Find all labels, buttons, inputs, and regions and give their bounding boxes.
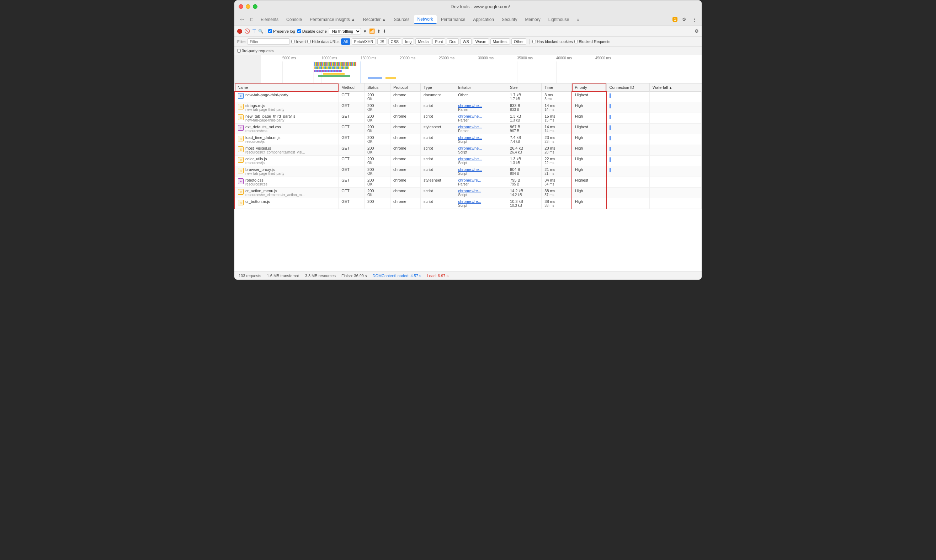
table-row[interactable]: ◎new_tab_page_third_party.jsnew-tab-page… (235, 113, 702, 124)
filter-btn-js[interactable]: JS (377, 38, 387, 45)
blocked-requests-checkbox[interactable]: Blocked Requests (574, 40, 611, 44)
tab-more[interactable]: » (573, 15, 583, 23)
filter-btn-other[interactable]: Other (511, 38, 526, 45)
tab-lighthouse[interactable]: Lighthouse (545, 15, 573, 23)
col-header-priority[interactable]: Priority (572, 83, 606, 92)
filter-btn-wasm[interactable]: Wasm (473, 38, 489, 45)
minimize-button[interactable] (246, 4, 250, 9)
table-row[interactable]: ◎load_time_data.m.jsresources/jsGET200OK… (235, 134, 702, 145)
filter-btn-fetch-xhr[interactable]: Fetch/XHR (352, 38, 376, 45)
cell-protocol: chrome (390, 166, 420, 177)
filter-input[interactable] (247, 38, 290, 45)
network-table[interactable]: Name Method Status Protocol Type Initiat… (234, 83, 702, 271)
cell-connection-id (606, 92, 650, 102)
cell-initiator: chrome://ne...Script (455, 145, 507, 155)
col-header-initiator[interactable]: Initiator (455, 83, 507, 92)
filter-btn-all[interactable]: All (341, 38, 350, 45)
tab-recorder[interactable]: Recorder ▲ (359, 15, 390, 23)
cell-name: ◎cr_button.m.js (235, 198, 339, 209)
cell-priority: High (572, 145, 606, 155)
disable-cache-checkbox[interactable]: Disable cache (297, 29, 327, 34)
col-header-size[interactable]: Size (507, 83, 541, 92)
col-header-type[interactable]: Type (421, 83, 455, 92)
col-header-method[interactable]: Method (339, 83, 364, 92)
table-row[interactable]: ✦roboto.cssresources/cssGET200OKchromest… (235, 177, 702, 188)
js-file-icon: ◎ (238, 168, 244, 174)
close-button[interactable] (239, 4, 243, 9)
cell-priority: High (572, 113, 606, 124)
table-row[interactable]: ◎strings.m.jsnew-tab-page-third-partyGET… (235, 102, 702, 113)
cell-type: stylesheet (421, 177, 455, 188)
network-toolbar: 🚫 ⊤ 🔍 Preserve log Disable cache No thro… (234, 26, 702, 37)
filter-icon[interactable]: ⊤ (252, 28, 256, 34)
table-row[interactable]: ◎cr_button.m.jsGET200chromescriptchrome:… (235, 198, 702, 209)
timeline-chart[interactable] (261, 62, 702, 83)
preserve-log-checkbox[interactable]: Preserve log (268, 29, 295, 34)
filter-label: Filter (237, 40, 246, 44)
cell-size: 26.4 kB26.4 kB (507, 145, 541, 155)
tab-performance-insights[interactable]: Performance insights ▲ (306, 15, 359, 23)
col-header-time[interactable]: Time (541, 83, 572, 92)
filter-btn-font[interactable]: Font (432, 38, 445, 45)
cell-name: ◎most_visited.jsresources/cr_components/… (235, 145, 339, 155)
cell-method: GET (339, 177, 364, 188)
cell-connection-id (606, 155, 650, 166)
table-row[interactable]: ✦ext_defaults_md.cssresources/cssGET200O… (235, 124, 702, 134)
filter-btn-media[interactable]: Media (415, 38, 431, 45)
timeline-label-40000: 40000 ms (556, 56, 572, 60)
tab-elements[interactable]: Elements (257, 15, 282, 23)
timeline-label-15000: 15000 ms (361, 56, 376, 60)
col-header-name[interactable]: Name (235, 83, 339, 92)
col-header-protocol[interactable]: Protocol (390, 83, 420, 92)
filter-btn-ws[interactable]: WS (460, 38, 472, 45)
cell-method: GET (339, 145, 364, 155)
timeline-area[interactable]: 5000 ms 10000 ms 15000 ms 20000 ms 25000… (234, 55, 702, 83)
cell-size: 795 B795 B (507, 177, 541, 188)
col-header-connection-id[interactable]: Connection ID (606, 83, 650, 92)
filter-btn-doc[interactable]: Doc (447, 38, 459, 45)
upload-icon[interactable]: ⬆ (377, 29, 381, 34)
cell-type: document (421, 92, 455, 102)
cell-status: 200OK (364, 102, 390, 113)
settings-icon[interactable]: ⚙ (680, 15, 689, 24)
record-button[interactable] (237, 29, 242, 34)
cell-waterfall (650, 198, 702, 209)
table-row[interactable]: ◎most_visited.jsresources/cr_components/… (235, 145, 702, 155)
more-options-icon[interactable]: ⋮ (689, 15, 699, 24)
invert-checkbox[interactable]: Invert (291, 40, 306, 44)
hide-data-urls-checkbox[interactable]: Hide data URLs (307, 40, 339, 44)
filter-btn-img[interactable]: Img (402, 38, 414, 45)
throttle-dropdown-arrow[interactable]: ▼ (363, 29, 367, 34)
filter-btn-css[interactable]: CSS (389, 38, 401, 45)
table-row[interactable]: ◎browser_proxy.jsnew-tab-page-third-part… (235, 166, 702, 177)
cell-method: GET (339, 102, 364, 113)
download-icon[interactable]: ⬇ (382, 29, 386, 34)
mobile-icon[interactable]: □ (247, 15, 256, 24)
css-file-icon: ✦ (238, 178, 244, 184)
cursor-icon[interactable]: ⊹ (237, 15, 247, 24)
tab-console[interactable]: Console (283, 15, 305, 23)
throttle-select[interactable]: No throttling (329, 28, 361, 34)
table-row[interactable]: ◎cr_action_menu.jsresources/cr_elements/… (235, 188, 702, 198)
table-row[interactable]: ◎color_utils.jsresources/jsGET200OKchrom… (235, 155, 702, 166)
clear-log-icon[interactable]: 🚫 (244, 28, 250, 34)
col-header-status[interactable]: Status (364, 83, 390, 92)
tab-memory[interactable]: Memory (521, 15, 544, 23)
finish-time: Finish: 36.99 s (341, 274, 367, 278)
table-row[interactable]: ≡new-tab-page-third-partyGET200OKchromed… (235, 92, 702, 102)
search-icon[interactable]: 🔍 (258, 29, 264, 34)
network-settings-icon[interactable]: ⚙ (694, 28, 699, 34)
transferred-size: 1.6 MB transferred (267, 274, 299, 278)
tab-sources[interactable]: Sources (390, 15, 413, 23)
tab-application[interactable]: Application (469, 15, 498, 23)
col-header-waterfall[interactable]: Waterfall ▲ (650, 83, 702, 92)
filter-btn-manifest[interactable]: Manifest (490, 38, 510, 45)
cell-name: ✦roboto.cssresources/css (235, 177, 339, 188)
third-party-checkbox[interactable]: 3rd-party requests (237, 49, 273, 53)
timeline-label-10000: 10000 ms (321, 56, 337, 60)
tab-security[interactable]: Security (498, 15, 521, 23)
maximize-button[interactable] (253, 4, 258, 9)
tab-performance[interactable]: Performance (437, 15, 469, 23)
tab-network[interactable]: Network (414, 15, 437, 24)
blocked-cookies-checkbox[interactable]: Has blocked cookies (532, 40, 573, 44)
